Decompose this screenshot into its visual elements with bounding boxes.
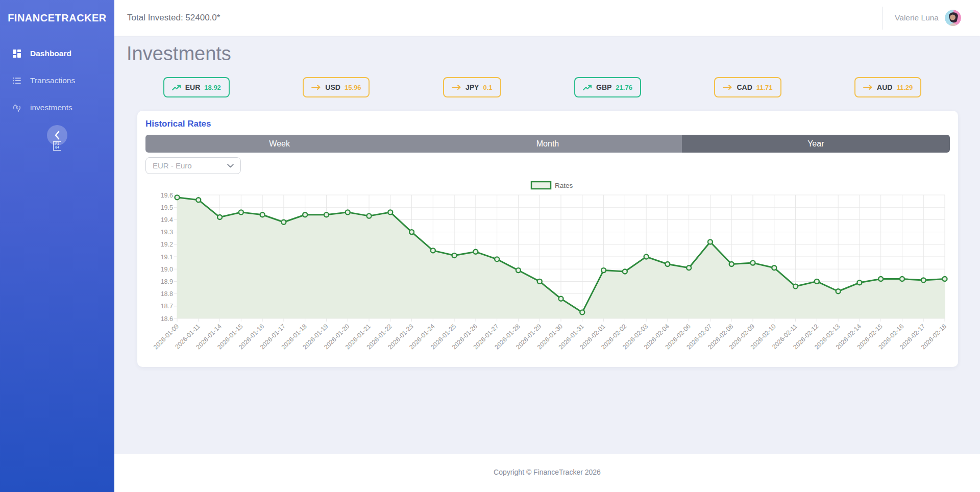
trend-flat-icon bbox=[863, 85, 873, 90]
sidebar-item-label: Transactions bbox=[30, 76, 75, 85]
main-content: Investments EUR 18.92 USD 15.96 bbox=[114, 36, 980, 454]
app-logo: FINANCETRACKER bbox=[0, 0, 114, 36]
chevron-left-icon bbox=[54, 130, 60, 140]
currency-card-eur: EUR 18.92 bbox=[163, 77, 230, 97]
transactions-list-icon bbox=[12, 76, 21, 85]
tab-year[interactable]: Year bbox=[682, 135, 950, 153]
svg-text:18.9: 18.9 bbox=[161, 278, 173, 285]
sidebar-item-transactions[interactable]: Transactions bbox=[0, 67, 114, 94]
svg-text:19.1: 19.1 bbox=[161, 254, 173, 261]
trend-up-icon bbox=[172, 84, 181, 91]
svg-text:18.6: 18.6 bbox=[161, 315, 173, 323]
total-invested: Total Invested: 52400.0* bbox=[127, 13, 220, 23]
topbar-divider bbox=[882, 7, 883, 30]
currency-card-aud: AUD 11.29 bbox=[854, 77, 921, 97]
footer: Copyright © FinanceTracker 2026 bbox=[114, 454, 980, 492]
currency-card-usd: USD 15.96 bbox=[303, 77, 370, 97]
user-name: Valerie Luna bbox=[895, 13, 939, 22]
svg-text:19.0: 19.0 bbox=[161, 266, 173, 273]
svg-text:19.3: 19.3 bbox=[161, 229, 173, 236]
broken-glyph-placeholder: FI 04 bbox=[53, 141, 61, 151]
svg-text:Rates: Rates bbox=[555, 182, 573, 189]
trend-flat-icon bbox=[452, 85, 461, 90]
user-avatar[interactable] bbox=[945, 10, 961, 26]
range-tabs: Week Month Year bbox=[145, 135, 950, 153]
historical-rates-card: Historical Rates Week Month Year EUR - E… bbox=[137, 111, 958, 367]
page-title: Investments bbox=[127, 43, 980, 65]
dashboard-grid-icon bbox=[12, 49, 21, 58]
tab-week[interactable]: Week bbox=[145, 135, 413, 153]
card-title: Historical Rates bbox=[145, 119, 950, 129]
rates-chart-area: 18.618.718.818.919.019.119.219.319.419.5… bbox=[145, 180, 950, 353]
trend-flat-icon bbox=[723, 85, 732, 90]
svg-text:19.6: 19.6 bbox=[161, 192, 173, 199]
copyright-text: Copyright © FinanceTracker 2026 bbox=[494, 468, 601, 476]
tab-month[interactable]: Month bbox=[413, 135, 681, 153]
svg-text:18.8: 18.8 bbox=[161, 290, 173, 298]
sidebar-item-investments[interactable]: $ investments bbox=[0, 94, 114, 121]
avatar-image bbox=[945, 10, 961, 26]
svg-text:19.5: 19.5 bbox=[161, 204, 173, 211]
sidebar-item-dashboard[interactable]: Dashboard bbox=[0, 40, 114, 67]
currency-select[interactable]: EUR - Euro bbox=[145, 157, 241, 174]
currency-card-gbp: GBP 21.76 bbox=[574, 77, 641, 97]
svg-text:18.7: 18.7 bbox=[161, 303, 173, 310]
svg-text:19.2: 19.2 bbox=[161, 241, 173, 248]
currency-select-value: EUR - Euro bbox=[153, 161, 192, 170]
sidebar: FINANCETRACKER Dashboard Transactions bbox=[0, 0, 114, 492]
svg-text:$: $ bbox=[16, 105, 18, 110]
currency-card-jpy: JPY 0.1 bbox=[443, 77, 501, 97]
topbar: Total Invested: 52400.0* Valerie Luna bbox=[114, 0, 980, 36]
sidebar-item-label: investments bbox=[30, 103, 72, 112]
investments-exchange-icon: $ bbox=[12, 103, 21, 112]
chevron-down-icon bbox=[227, 164, 234, 168]
currency-cards-row: EUR 18.92 USD 15.96 JPY 0.1 bbox=[127, 77, 958, 97]
trend-flat-icon bbox=[311, 85, 321, 90]
trend-up-icon bbox=[583, 84, 592, 91]
svg-text:19.4: 19.4 bbox=[161, 216, 173, 224]
currency-card-cad: CAD 11.71 bbox=[714, 77, 781, 97]
sidebar-item-label: Dashboard bbox=[30, 49, 71, 58]
sidebar-nav: Dashboard Transactions $ bbox=[0, 40, 114, 121]
rates-line-chart: 18.618.718.818.919.019.119.219.319.419.5… bbox=[145, 180, 950, 351]
